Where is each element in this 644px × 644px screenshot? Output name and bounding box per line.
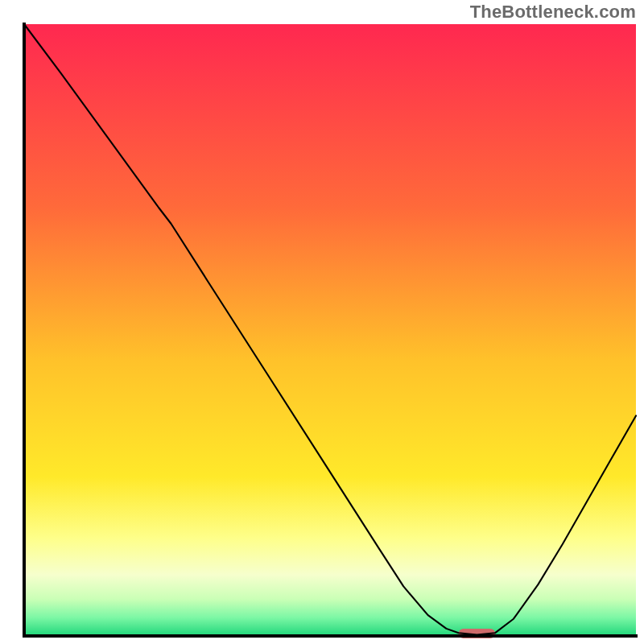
watermark-text: TheBottleneck.com <box>470 2 636 23</box>
bottleneck-chart <box>0 0 644 644</box>
chart-stage: TheBottleneck.com <box>0 0 644 644</box>
gradient-background <box>24 24 636 636</box>
